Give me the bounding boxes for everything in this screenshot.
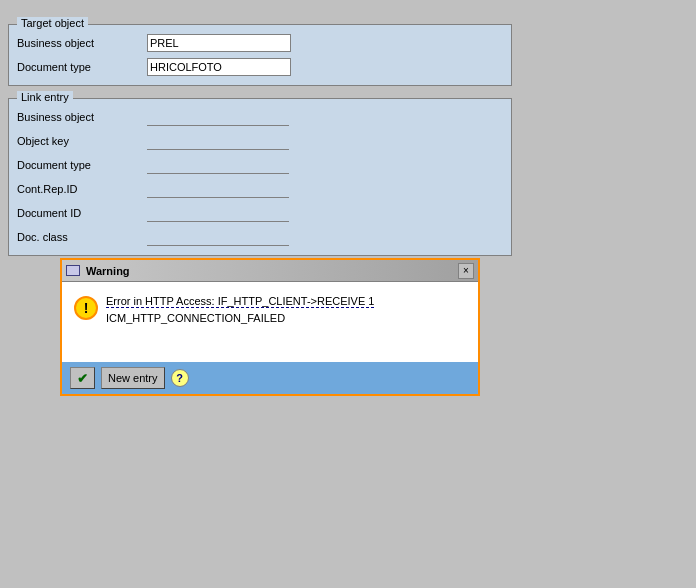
link-business-object-label: Business object [17,111,147,123]
new-entry-label: New entry [108,372,158,384]
doc-class-label: Doc. class [17,231,147,243]
main-area: Target object Business object Document t… [0,20,520,260]
dialog-text-block: Error in HTTP Access: IF_HTTP_CLIENT->RE… [106,294,466,324]
dialog-message-line2: ICM_HTTP_CONNECTION_FAILED [106,312,466,324]
link-entry-section: Link entry Business object Object key Do… [8,98,512,256]
warning-icon: ! [74,296,98,320]
target-object-title: Target object [17,17,88,29]
doc-class-input[interactable] [147,228,289,246]
cont-rep-input[interactable] [147,180,289,198]
link-document-type-row: Document type [17,155,503,175]
document-id-input[interactable] [147,204,289,222]
warning-dialog: Warning × ! Error in HTTP Access: IF_HTT… [60,258,480,396]
object-key-input[interactable] [147,132,289,150]
dialog-titlebar: Warning × [62,260,478,282]
business-object-label: Business object [17,37,147,49]
link-document-type-label: Document type [17,159,147,171]
document-type-label: Document type [17,61,147,73]
document-type-row: Document type [17,57,503,77]
dialog-message-line1: Error in HTTP Access: IF_HTTP_CLIENT->RE… [106,294,466,308]
new-entry-button[interactable]: New entry [101,367,165,389]
link-business-object-row: Business object [17,107,503,127]
dialog-message-row: ! Error in HTTP Access: IF_HTTP_CLIENT->… [74,294,466,324]
check-icon: ✔ [77,371,88,386]
object-key-row: Object key [17,131,503,151]
dialog-content: ! Error in HTTP Access: IF_HTTP_CLIENT->… [62,282,478,362]
dialog-message-text1: Error in HTTP Access: IF_HTTP_CLIENT->RE… [106,295,374,308]
cont-rep-row: Cont.Rep.ID [17,179,503,199]
business-object-row: Business object [17,33,503,53]
cont-rep-label: Cont.Rep.ID [17,183,147,195]
dialog-title-text: Warning [86,265,130,277]
target-object-section: Target object Business object Document t… [8,24,512,86]
document-id-row: Document ID [17,203,503,223]
help-button[interactable]: ? [171,369,189,387]
document-type-input[interactable] [147,58,291,76]
link-business-object-input[interactable] [147,108,289,126]
dialog-footer: ✔ New entry ? [62,362,478,394]
doc-class-row: Doc. class [17,227,503,247]
monitor-icon [66,265,80,276]
document-id-label: Document ID [17,207,147,219]
link-document-type-input[interactable] [147,156,289,174]
link-entry-title: Link entry [17,91,73,103]
business-object-input[interactable] [147,34,291,52]
dialog-title-left: Warning [66,265,130,277]
object-key-label: Object key [17,135,147,147]
dialog-close-button[interactable]: × [458,263,474,279]
ok-button[interactable]: ✔ [70,367,95,389]
